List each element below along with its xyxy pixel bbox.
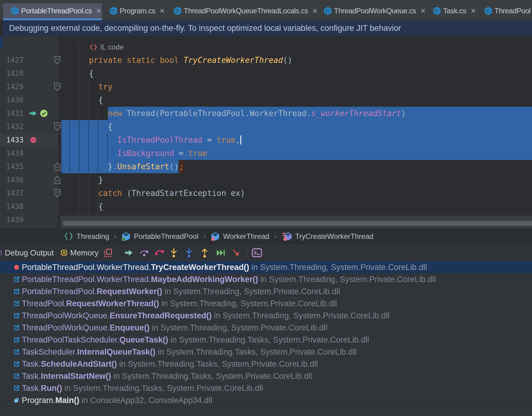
execution-selection-highlight [61,120,532,133]
il-code-inlay-hint[interactable]: IL code [89,41,124,54]
tab-close-icon[interactable]: × [96,7,102,15]
stack-frame-row[interactable]: ThreadPoolWorkQueue.Enqueue() in System.… [0,322,532,334]
tab-label: ThreadPoolWorkQueueThreadLocals.cs [184,7,308,15]
external-frame-icon [14,373,20,379]
stack-frame-row[interactable]: ThreadPool.RequestWorkerThread() in Syst… [0,297,532,310]
tab-close-icon[interactable]: × [420,7,426,15]
toolbar-separator [247,247,248,258]
fold-end-marker-icon[interactable] [54,175,61,184]
tab-close-icon[interactable]: × [470,7,477,15]
restore-layout-icon[interactable] [103,248,112,257]
stack-frame-row[interactable]: Task.ScheduleAndStart() in System.Thread… [0,358,532,370]
stack-frame-row[interactable]: PortableThreadPool.WorkerThread.MaybeAdd… [0,273,532,285]
fold-start-marker-icon[interactable] [54,122,61,131]
external-frame-icon [14,349,20,355]
horizontal-scrollbar-thumb[interactable] [63,221,532,226]
breadcrumb-item-trycreateworkerthread[interactable]: TryCreateWorkerThread [282,232,374,241]
tab-close-icon[interactable]: × [312,7,318,15]
breadcrumb-label: Threading [76,232,109,241]
step-out-icon[interactable] [201,248,208,258]
code-line-1431: new Thread(PortableThreadPool.WorkerThre… [108,107,406,120]
stack-frame-row[interactable]: ThreadPoolWorkQueue.EnsureThreadRequeste… [0,310,532,322]
text-caret [240,135,241,145]
evaluate-console-icon[interactable] [252,248,262,257]
frame-text: Task.InternalStartNew() in System.Thread… [22,372,312,381]
fold-end-marker-icon[interactable] [54,162,61,171]
external-frame-icon [14,288,20,294]
call-stack-frames-list[interactable]: PortableThreadPool.WorkerThread.TryCreat… [0,261,532,416]
tab-label: ThreadPoolWorkQueue.cs [334,7,416,15]
external-frame-icon [14,276,20,282]
breadcrumb-label: PortableThreadPool [134,232,198,241]
line-number: 1431 [0,107,24,120]
editor-tab-threadpool[interactable]: C#ThreadPool [482,3,532,18]
csharp-file-icon: C# [324,7,332,15]
breakpoint-verified-icon[interactable] [40,109,48,117]
tab-close-icon[interactable]: × [159,7,166,15]
stack-frame-row[interactable]: TaskScheduler.InternalQueueTask() in Sys… [0,346,532,358]
csharp-file-icon: C# [484,7,492,15]
method-private-icon [282,232,292,241]
stack-frame-row[interactable]: PortableThreadPool.RequestWorker() in Sy… [0,285,532,297]
force-step-over-icon[interactable] [154,249,164,257]
tab-debug-output[interactable]: Debug Output [5,248,54,257]
breadcrumb-item-workerthread[interactable]: WorkerThread [211,232,269,241]
code-line-1430: { [98,93,103,107]
frame-text: ThreadPoolTaskScheduler.QueueTask() in S… [22,335,369,345]
editor-tab-threadpoolworkqueuethreadlocals-cs[interactable]: C#ThreadPoolWorkQueueThreadLocals.cs× [171,3,321,18]
stack-frame-row[interactable]: PortableThreadPool.WorkerThread.TryCreat… [0,261,532,273]
il-code-icon [89,44,97,50]
svg-text:#: # [179,9,180,12]
editor-tab-threadpoolworkqueue-cs[interactable]: C#ThreadPoolWorkQueue.cs× [321,3,430,18]
usercode-frame-icon [14,397,20,403]
smart-step-into-icon[interactable] [185,248,193,258]
stack-frame-row[interactable]: ThreadPoolTaskScheduler.QueueTask() in S… [0,334,532,346]
breadcrumb-label: TryCreateWorkerThread [295,232,374,241]
editor-tab-portablethreadpool-cs[interactable]: C#PortableThreadPool.cs× [3,3,102,18]
fold-start-marker-icon[interactable] [54,189,61,198]
line-number: 1433 [0,133,24,147]
tab-memory[interactable]: Memory [70,248,99,257]
external-frame-icon [14,385,20,391]
svg-text:#: # [329,9,330,12]
external-frame-icon [14,361,20,367]
code-line-1438: { [98,200,103,213]
breadcrumb-item-portablethreadpool[interactable]: PortableThreadPool [122,232,198,241]
execution-pointer-icon[interactable] [29,110,37,116]
code-line-1429: try [98,80,112,93]
svg-text:C: C [326,8,329,14]
fold-start-marker-icon[interactable] [54,56,61,65]
frame-text: ThreadPoolWorkQueue.Enqueue() in System.… [22,323,327,333]
code-editor[interactable]: 1427142814291430143114321433143414351436… [0,36,532,229]
run-to-cursor-icon[interactable] [216,249,225,257]
line-number: 1429 [0,80,24,93]
step-into-icon[interactable] [170,248,177,258]
fold-start-marker-icon[interactable] [54,82,61,91]
stack-frame-row[interactable]: Program.Main() in ConsoleApp32, ConsoleA… [0,394,532,406]
force-run-to-cursor-icon[interactable] [232,249,240,257]
line-number: 1439 [0,213,24,226]
class-private-icon [211,232,220,241]
stack-frame-row[interactable]: Task.Run() in System.Threading.Tasks, Sy… [0,382,532,394]
svg-text:#: # [489,9,491,12]
breakpoint-bug-icon[interactable] [29,136,37,144]
line-number: 1437 [0,187,24,200]
frame-text: PortableThreadPool.WorkerThread.TryCreat… [22,263,427,272]
editor-gutter[interactable]: 1427142814291430143114321433143414351436… [0,36,57,229]
indent-guide [88,120,89,173]
step-over-icon[interactable] [139,249,149,257]
code-line-1436: } [98,173,103,187]
breadcrumb-separator: › [203,232,206,241]
line-number: 1436 [0,173,24,187]
memory-icon[interactable] [60,249,68,257]
breadcrumb-item-threading[interactable]: Threading [64,232,109,241]
cut-console-icon [0,248,2,257]
editor-tab-task-cs[interactable]: C#Task.cs× [430,3,482,18]
code-line-1427: private static bool TryCreateWorkerThrea… [89,54,292,67]
breakpoint-dot-icon [14,264,20,270]
editor-tab-program-cs[interactable]: C#Program.cs× [102,3,171,18]
stack-frame-row[interactable]: Task.InternalStartNew() in System.Thread… [0,370,532,382]
svg-text:#: # [16,9,18,12]
indent-guide [98,120,98,173]
show-execution-point-icon[interactable] [125,249,133,256]
